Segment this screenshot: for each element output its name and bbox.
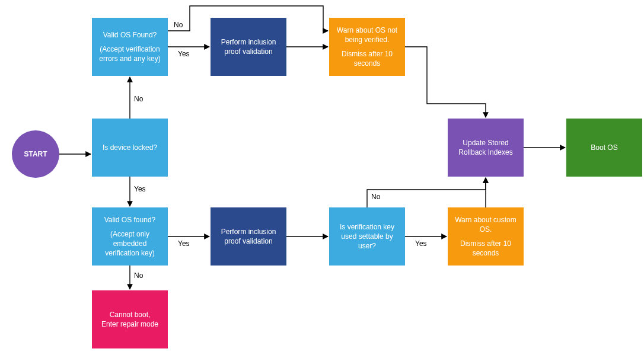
label-userkey-yes: Yes — [415, 239, 427, 248]
node-valid-any-key: Valid OS Found? (Accept verification err… — [92, 18, 168, 76]
node-warn-unverified: Warn about OS not being verified. Dismis… — [329, 18, 405, 76]
label-valemb-yes: Yes — [178, 239, 190, 248]
line2: Dismiss after 10 seconds — [333, 49, 401, 68]
node-boot: Boot OS — [566, 119, 642, 177]
text: START — [24, 149, 47, 159]
text: Perform inclusion proof validation — [214, 227, 283, 246]
diagram-viewport: No Yes Yes No Yes No Yes No START Is dev… — [0, 0, 644, 355]
label-locked-yes: Yes — [134, 185, 146, 193]
node-start: START — [12, 130, 59, 178]
node-user-key: Is verification key used settable by use… — [329, 207, 405, 266]
node-proof-bot: Perform inclusion proof validation — [211, 207, 286, 266]
line2: Dismiss after 10 seconds — [451, 239, 520, 258]
line2: (Accept verification errors and any key) — [95, 44, 164, 63]
label-valany-yes: Yes — [178, 50, 190, 58]
edge-warn-rollback — [405, 47, 486, 117]
edge-userkey-no — [367, 178, 486, 207]
node-repair: Cannot boot, Enter repair mode — [92, 290, 168, 348]
line2: (Accept only embedded verification key) — [95, 229, 164, 258]
text: Is verification key used settable by use… — [333, 222, 401, 251]
label-valany-no: No — [174, 21, 183, 29]
text: Cannot boot, Enter repair mode — [101, 310, 158, 329]
line1: Valid OS found? — [104, 215, 156, 225]
text: Update Stored Rollback Indexes — [451, 138, 520, 157]
line1: Valid OS Found? — [103, 30, 157, 40]
label-userkey-no: No — [371, 193, 380, 201]
line1: Warn about custom OS. — [451, 215, 520, 234]
node-valid-embedded: Valid OS found? (Accept only embedded ve… — [92, 207, 168, 266]
node-proof-top: Perform inclusion proof validation — [211, 18, 286, 76]
text: Boot OS — [591, 143, 617, 152]
text: Perform inclusion proof validation — [214, 37, 283, 56]
line1: Warn about OS not being verified. — [333, 25, 401, 44]
node-warn-custom: Warn about custom OS. Dismiss after 10 s… — [448, 207, 524, 266]
text: Is device locked? — [103, 143, 157, 152]
node-locked: Is device locked? — [92, 119, 168, 177]
label-locked-no: No — [134, 95, 143, 103]
label-valemb-no: No — [134, 271, 143, 280]
node-rollback: Update Stored Rollback Indexes — [448, 119, 524, 177]
